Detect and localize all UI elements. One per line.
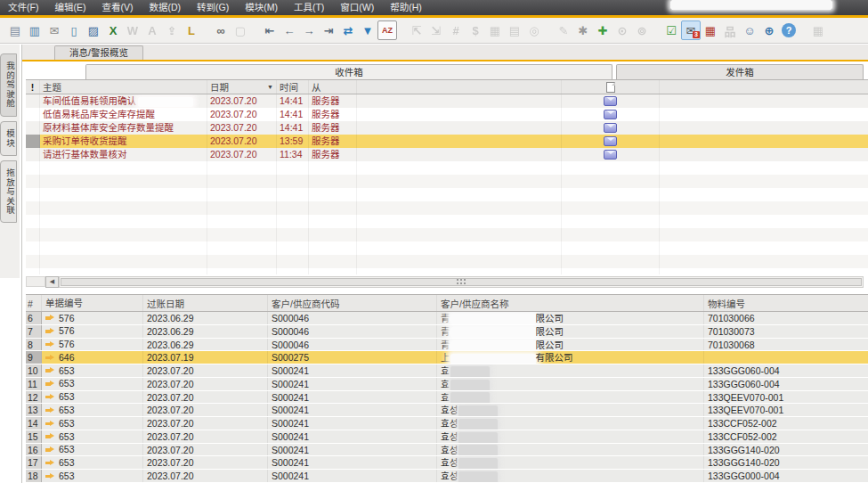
rownum-cell[interactable]: 13 bbox=[26, 404, 42, 416]
column-header-bp-name[interactable]: 客户/供应商名称 bbox=[437, 295, 704, 311]
detail-row[interactable]: 17 653 2023.07.20 S000241 효성 133GGG140-0… bbox=[26, 456, 868, 470]
copy-to-icon[interactable]: ⇲ bbox=[426, 20, 446, 40]
sidebar-tab-modules[interactable]: 模块 bbox=[0, 121, 17, 156]
menu-item[interactable]: 工具(T) bbox=[286, 0, 332, 15]
rownum-cell[interactable]: 10 bbox=[26, 364, 42, 377]
export-word-icon[interactable]: W bbox=[123, 20, 142, 40]
scrollbar-thumb[interactable] bbox=[61, 278, 862, 286]
detail-row[interactable]: 16 653 2023.07.20 S000241 효성 133GGG140-0… bbox=[26, 444, 868, 457]
export-pdf-icon[interactable]: A bbox=[142, 20, 162, 40]
menu-item[interactable]: 查看(V) bbox=[93, 0, 141, 15]
menu-item[interactable]: 数据(D) bbox=[141, 0, 189, 15]
query-icon[interactable]: ◎ bbox=[524, 20, 544, 40]
alerts-form-icon[interactable]: ▦ bbox=[701, 20, 720, 40]
detail-row[interactable]: 10 653 2023.07.20 S000241 효 133GGG060-00… bbox=[26, 364, 868, 378]
link-arrow-icon[interactable] bbox=[45, 355, 55, 361]
preview-icon[interactable]: ▤ bbox=[5, 20, 25, 40]
detail-row[interactable]: 15 653 2023.07.20 S000241 효성 133CCF052-0… bbox=[26, 430, 868, 444]
lock-icon[interactable]: L bbox=[182, 20, 201, 40]
scroll-left-button[interactable]: ◀ bbox=[45, 276, 59, 288]
employee-search-icon[interactable]: ☺ bbox=[740, 20, 759, 40]
detail-row[interactable]: 12 653 2023.07.20 S000241 효 133QEEV070-0… bbox=[26, 391, 868, 405]
menu-item[interactable]: 转到(G) bbox=[189, 0, 237, 15]
detail-row[interactable]: 9 646 2023.07.19 S000275 上有限公司 bbox=[26, 351, 868, 364]
gross-profit-icon[interactable]: # bbox=[446, 20, 466, 40]
scrollbar-track[interactable] bbox=[59, 276, 864, 288]
payment-means-icon[interactable]: $ bbox=[466, 20, 485, 40]
message-icon-cell[interactable] bbox=[562, 94, 660, 108]
link-arrow-icon[interactable] bbox=[45, 460, 55, 466]
fax-icon[interactable]: ▨ bbox=[84, 20, 103, 40]
envelope-icon[interactable] bbox=[604, 123, 617, 133]
column-header-bp-code[interactable]: 客户/供应商代码 bbox=[268, 295, 437, 311]
column-header-doc-number[interactable]: 单据编号 bbox=[42, 295, 143, 311]
inbox-message-row[interactable]: 请进行基体数量核对 2023.07.20 11:34 服务器 bbox=[26, 148, 868, 161]
envelope-icon[interactable] bbox=[604, 136, 617, 146]
copy-from-icon[interactable]: ⇱ bbox=[407, 20, 426, 40]
column-header-subject[interactable]: 主题 bbox=[40, 80, 207, 94]
inbox-message-row[interactable]: 原材料基体库安全库存数量提醒 2023.07.20 14:41 服务器 bbox=[26, 121, 868, 135]
inbox-message-row[interactable]: 采购订单待收货提醒 2023.07.20 13:59 服务器 bbox=[26, 135, 868, 148]
tab-inbox[interactable]: 收件箱 bbox=[85, 64, 612, 79]
column-header-time[interactable]: 时间 bbox=[277, 80, 309, 94]
edit-icon[interactable]: ✎ bbox=[554, 20, 573, 40]
message-icon-cell[interactable] bbox=[562, 121, 660, 135]
detail-row[interactable]: 14 653 2023.07.20 S000241 효성 133CCF052-0… bbox=[26, 417, 868, 430]
rownum-cell[interactable]: 8 bbox=[26, 339, 42, 351]
export-excel-icon[interactable]: X bbox=[103, 20, 123, 40]
detail-row[interactable]: 18 653 2023.07.20 S000241 효성 133GGG000-0… bbox=[26, 470, 868, 483]
print-icon[interactable]: ▥ bbox=[25, 20, 45, 40]
first-record-icon[interactable]: ⇤ bbox=[260, 20, 280, 40]
menu-item[interactable]: 模块(M) bbox=[237, 0, 286, 15]
next-record-icon[interactable]: → bbox=[299, 20, 319, 40]
window-tab-messages-overview[interactable]: 消息/警报概览 bbox=[54, 45, 143, 60]
upload-icon[interactable]: ⇪ bbox=[162, 20, 182, 40]
envelope-icon[interactable] bbox=[604, 110, 617, 119]
chat-arrow-icon[interactable]: ⊚ bbox=[632, 20, 652, 40]
menu-item[interactable]: 窗口(W) bbox=[332, 0, 382, 15]
link-arrow-icon[interactable] bbox=[45, 328, 55, 334]
find-icon[interactable]: ∞ bbox=[211, 20, 231, 40]
envelope-icon[interactable] bbox=[604, 150, 617, 160]
link-arrow-icon[interactable] bbox=[45, 381, 55, 387]
sort-icon[interactable]: AZ bbox=[377, 20, 397, 40]
rownum-cell[interactable]: 7 bbox=[26, 325, 42, 338]
transaction-icon[interactable]: ✚ bbox=[593, 20, 612, 40]
detail-row[interactable]: 13 653 2023.07.20 S000241 효성 133QEEV070-… bbox=[26, 404, 868, 417]
inbox-message-row[interactable]: 低值易耗品库安全库存提醒 2023.07.20 14:41 服务器 bbox=[26, 108, 868, 121]
rownum-cell[interactable]: 9 bbox=[26, 351, 42, 364]
menu-item[interactable]: 帮助(H) bbox=[382, 0, 430, 15]
form-settings-icon[interactable]: ▤ bbox=[505, 20, 524, 40]
last-record-icon[interactable]: ⇥ bbox=[319, 20, 338, 40]
calendar-icon[interactable]: ▦ bbox=[808, 20, 828, 40]
messages-icon[interactable]: ✉ 3 bbox=[681, 20, 701, 40]
browser-icon[interactable]: ⊕ bbox=[759, 20, 779, 40]
menu-item[interactable]: 文件(F) bbox=[0, 0, 46, 15]
link-arrow-icon[interactable] bbox=[45, 315, 55, 321]
link-arrow-icon[interactable] bbox=[45, 473, 55, 479]
chat-icon[interactable]: ⊙ bbox=[612, 20, 632, 40]
sort-descending-icon[interactable]: ▼ bbox=[267, 80, 273, 94]
link-arrow-icon[interactable] bbox=[45, 446, 55, 453]
report-icon[interactable]: ▦ bbox=[485, 20, 505, 40]
detail-row[interactable]: 7 576 2023.06.29 S000046 青限公司 701030073 bbox=[26, 325, 868, 339]
rownum-cell[interactable]: 14 bbox=[26, 417, 42, 430]
message-icon-cell[interactable] bbox=[562, 108, 660, 121]
inbox-message-row[interactable]: 车间低值易耗领用确认 2023.07.20 14:41 服务器 bbox=[26, 94, 868, 108]
column-header-item-number[interactable]: 物料编号 bbox=[704, 295, 868, 311]
message-icon-cell[interactable] bbox=[562, 135, 660, 148]
select-icon[interactable]: ▢ bbox=[231, 20, 250, 40]
link-arrow-icon[interactable] bbox=[45, 341, 55, 348]
sidebar-tab-drag-relate[interactable]: 拖放与关联 bbox=[0, 160, 17, 224]
link-arrow-icon[interactable] bbox=[45, 421, 55, 427]
rownum-cell[interactable]: 15 bbox=[26, 430, 42, 443]
rownum-cell[interactable]: 12 bbox=[26, 391, 42, 404]
checklist-icon[interactable]: ☑ bbox=[661, 20, 681, 40]
message-icon-cell[interactable] bbox=[562, 148, 660, 161]
detail-row[interactable]: 11 653 2023.07.20 S000241 효 133GGG060-00… bbox=[26, 378, 868, 391]
link-arrow-icon[interactable] bbox=[45, 407, 55, 413]
rownum-cell[interactable]: 11 bbox=[26, 378, 42, 390]
previous-record-icon[interactable]: ← bbox=[280, 20, 299, 40]
link-arrow-icon[interactable] bbox=[45, 433, 55, 439]
column-header-from[interactable]: 从 bbox=[309, 80, 357, 94]
